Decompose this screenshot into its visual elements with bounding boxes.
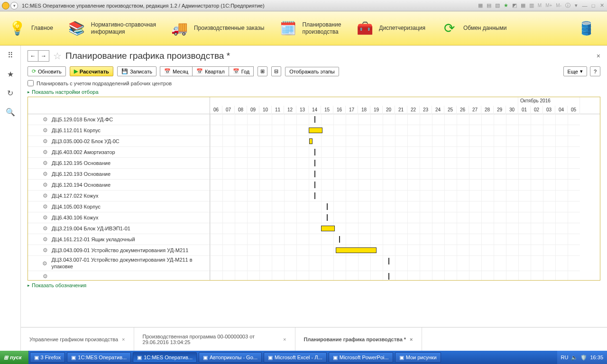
start-button[interactable]: ⊞ пуск [0, 351, 29, 364]
day-header-cell: 02 [531, 106, 543, 114]
show-filter-link[interactable]: ▸ Показать настройки отбора [28, 89, 600, 95]
day-header-cell: 24 [432, 106, 444, 114]
gantt-tick [339, 236, 340, 243]
titlebar-icon-5[interactable]: ◩ [511, 2, 518, 9]
taskbar-item[interactable]: ▣Мои рисунки [395, 352, 441, 363]
maximize-icon[interactable]: □ [590, 2, 597, 9]
checkbox-label: Планировать с учетом подразделений рабоч… [37, 81, 172, 86]
window-tab[interactable]: Управление графиком производства× [21, 328, 134, 351]
tab-close-icon[interactable]: × [410, 337, 413, 342]
titlebar-icon-2[interactable]: ▤ [486, 2, 492, 9]
help-button[interactable]: ? [590, 66, 600, 76]
favorites-icon[interactable]: ★ [6, 69, 15, 79]
menu-reference[interactable]: 📚 Нормативно-справочная информация [66, 18, 156, 39]
gear-icon: ⚙ [41, 273, 49, 280]
gantt-bar[interactable] [309, 138, 313, 144]
save-button[interactable]: 💾Записать [117, 66, 156, 76]
task-row[interactable]: ⚙ДЦ6.112.011 Корпус [28, 125, 210, 136]
taskbar-item[interactable]: ▣3 Firefox [30, 352, 65, 363]
calculate-button[interactable]: ▶Рассчитать [70, 66, 113, 76]
task-row[interactable]: ⚙ДЦ6.403.002 Амортизатор [28, 147, 210, 158]
gear-icon: ⚙ [41, 225, 49, 232]
more-button[interactable]: Еще▾ [563, 66, 587, 76]
info-icon[interactable]: ⓘ [564, 2, 571, 9]
calendar-icon[interactable]: ▥ [528, 2, 535, 9]
task-row[interactable]: ⚙ДЦ3.043.009-01 Устройство документирова… [28, 245, 210, 256]
desk-lamp-icon: 💡 [7, 18, 28, 39]
taskbar-item[interactable]: ▣Microsoft Excel - Л... [264, 352, 327, 363]
tray-icon-2[interactable]: 🛡️ [580, 355, 587, 361]
refresh-button[interactable]: ⟳Обновить [28, 66, 66, 76]
gantt-bar[interactable] [336, 247, 377, 253]
apps-icon[interactable]: ⠿ [6, 50, 15, 60]
tab-close-icon[interactable]: × [283, 337, 286, 342]
tab-close-icon[interactable]: × [122, 337, 125, 342]
menu-planning[interactable]: 🗓️ Планирование производства [277, 18, 341, 39]
timeline-row [210, 158, 580, 169]
titlebar-icon-3[interactable]: ▧ [494, 2, 501, 9]
task-row[interactable]: ⚙ [28, 271, 210, 280]
search-icon[interactable]: 🔍 [6, 107, 15, 117]
task-row[interactable]: ⚙ДЦ3.035.000-02 Блок УД-0С [28, 136, 210, 147]
task-row[interactable]: ⚙ДЦ4.105.003 Корпус [28, 201, 210, 212]
gantt-bar[interactable] [321, 226, 335, 231]
calc-icon[interactable]: ▦ [520, 2, 526, 9]
task-row[interactable]: ⚙ДЦ4.161.212-01 Ящик укладочный [28, 234, 210, 245]
menu-orders[interactable]: 🚚 Производственные заказы [169, 18, 264, 39]
nav-back-button[interactable]: ← [28, 51, 38, 61]
page-close-button[interactable]: × [597, 52, 600, 60]
close-icon[interactable]: ✕ [598, 2, 605, 9]
m-label[interactable]: M [537, 3, 543, 8]
expand-button[interactable]: ⊞ [258, 66, 267, 76]
gantt-chart: ⚙ДЦ5.129.018 Блок УД-ФС⚙ДЦ6.112.011 Корп… [28, 97, 600, 281]
show-stages-button[interactable]: Отображать этапы [285, 67, 339, 76]
taskbar-item[interactable]: ▣1С:MES Оператив... [67, 352, 131, 363]
titlebar-icon-1[interactable]: ▦ [477, 2, 484, 9]
window-tab[interactable]: Планирование графика производства *× [295, 328, 422, 351]
minimize-icon[interactable]: — [581, 2, 588, 9]
task-row[interactable]: ⚙ДЦ6.430.106 Кожух [28, 212, 210, 223]
taskbar-item-label: Мои рисунки [406, 355, 437, 360]
gear-icon: ⚙ [41, 203, 49, 210]
star-icon[interactable]: ★ [503, 2, 509, 9]
taskbar-item[interactable]: ▣Автоприколы - Go... [199, 352, 262, 363]
page-star-icon[interactable]: ☆ [53, 50, 62, 62]
task-row[interactable]: ⚙ДЦ3.043.007-01 Устройство документирова… [28, 256, 210, 271]
taskbar-item[interactable]: ▣1С:MES Оператив... [133, 352, 197, 363]
gear-icon: ⚙ [41, 181, 49, 189]
nav-dropdown-icon[interactable]: ▾ [10, 2, 18, 9]
taskbar-item[interactable]: ▣Microsoft PowerPoi... [329, 352, 393, 363]
collapse-button[interactable]: ⊟ [271, 66, 281, 76]
history-icon[interactable]: ↻ [6, 88, 15, 98]
nav-forward-button[interactable]: → [38, 51, 49, 61]
m-plus-label[interactable]: M+ [544, 3, 553, 8]
show-legend-link[interactable]: ▸ Показать обозначения [28, 282, 600, 288]
menu-exchange[interactable]: ⟳ Обмен данными [439, 18, 506, 39]
task-row[interactable]: ⚙ДЦ6.120.193 Основание [28, 169, 210, 180]
clock[interactable]: 16:35 [590, 355, 603, 360]
task-row[interactable]: ⚙ДЦ6.120.195 Основание [28, 158, 210, 169]
taskbar-app-icon: ▣ [333, 355, 338, 361]
task-row[interactable]: ⚙ДЦ3.219.004 Блок УД-ИВЭП1-01 [28, 223, 210, 234]
tray-icon-1[interactable]: 🔈 [571, 355, 578, 361]
gantt-tick [314, 160, 315, 166]
task-row[interactable]: ⚙ДЦ4.127.022 Кожух [28, 191, 210, 201]
menu-dispatch[interactable]: 🧰 Диспетчеризация [354, 18, 425, 39]
plan-with-subdiv-checkbox[interactable] [28, 80, 34, 86]
task-row[interactable]: ⚙ДЦ5.129.018 Блок УД-ФС [28, 114, 210, 125]
task-row[interactable]: ⚙ДЦ6.120.194 Основание [28, 180, 210, 191]
period-month-button[interactable]: 📅Месяц [160, 66, 193, 76]
taskbar-item-label: Microsoft Excel - Л... [275, 355, 322, 360]
gantt-bar[interactable] [309, 127, 322, 133]
task-label: ДЦ3.035.000-02 Блок УД-0С [52, 138, 120, 144]
period-year-button[interactable]: 📅Год [229, 66, 254, 76]
dropdown-icon[interactable]: ▾ [573, 2, 579, 9]
barrel-icon[interactable]: 🛢️ [576, 18, 597, 39]
period-quarter-button[interactable]: 📅Квартал [192, 66, 229, 76]
window-tab[interactable]: Производственная программа 00-00000003 о… [134, 328, 295, 351]
gantt-timeline[interactable]: Октябрь 2016 060708091011121314151617181… [210, 97, 600, 280]
lang-indicator[interactable]: RU [561, 355, 569, 360]
task-label: ДЦ6.120.195 Основание [52, 160, 110, 166]
m-minus-label[interactable]: M- [555, 3, 562, 8]
menu-main[interactable]: 💡 Главное [7, 18, 53, 39]
